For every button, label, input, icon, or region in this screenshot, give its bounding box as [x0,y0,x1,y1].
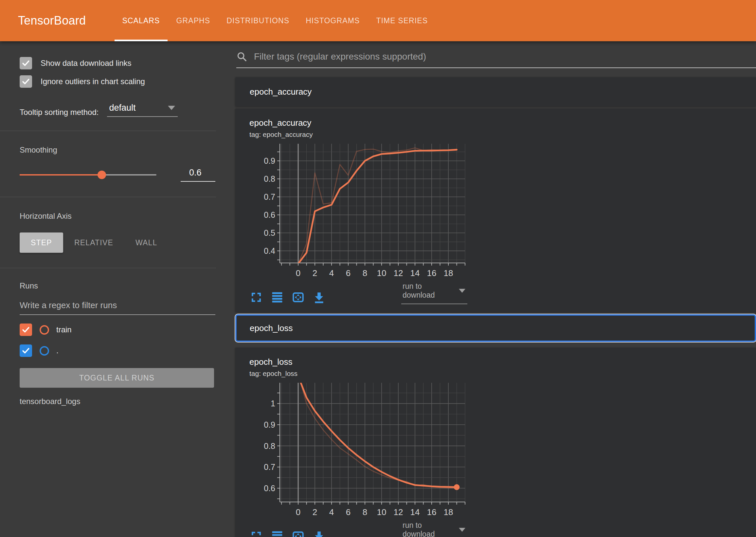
tag-cards: epoch_accuracy epoch_accuracy tag: epoch… [235,77,756,537]
section-title: epoch_loss [250,323,293,333]
svg-text:0.4: 0.4 [264,246,275,255]
checkbox-label: Ignore outliers in chart scaling [41,77,145,86]
chart-toolbar-icons [249,529,326,537]
download-icon[interactable] [312,529,326,537]
svg-text:18: 18 [444,507,453,517]
run-color-ring-icon [40,346,49,355]
svg-text:16: 16 [427,268,436,278]
chart-card-epoch-loss: epoch_loss tag: epoch_loss 0246810121416… [235,348,756,537]
run-to-download-select[interactable]: run to download [401,521,467,537]
checkbox-icon [19,75,32,88]
runs-label: Runs [19,281,216,290]
chart-card-epoch-accuracy: epoch_accuracy tag: epoch_accuracy 02468… [235,109,756,312]
run-checkbox[interactable] [19,345,32,357]
section-header-epoch-loss[interactable]: epoch_loss [235,314,756,342]
tab-histograms[interactable]: HISTOGRAMS [297,0,368,41]
tag-filter-row [236,51,756,68]
svg-text:0: 0 [296,268,300,278]
chart-tag: tag: epoch_loss [249,370,756,378]
data-table-icon[interactable] [270,529,284,537]
svg-text:1: 1 [271,399,275,408]
app-header: TensorBoard SCALARS GRAPHS DISTRIBUTIONS… [0,0,756,41]
section-header-epoch-accuracy[interactable]: epoch_accuracy [235,77,756,106]
run-label: train [56,325,72,334]
check-icon [21,77,30,86]
checkbox-ignore-outliers[interactable]: Ignore outliers in chart scaling [19,75,216,88]
dropdown-arrow-icon [459,289,465,293]
svg-text:8: 8 [362,268,367,278]
general-options-section: Show data download links Ignore outliers… [0,57,216,131]
tab-bar: SCALARS GRAPHS DISTRIBUTIONS HISTOGRAMS … [114,0,436,41]
smoothing-slider-row: 0.6 [19,168,215,182]
check-icon [21,346,30,355]
run-to-download-label: run to download [402,521,450,537]
tab-time-series[interactable]: TIME SERIES [368,0,436,41]
run-color-ring-icon [40,325,49,335]
tag-filter-input[interactable] [253,51,756,62]
sidebar: Show data download links Ignore outliers… [0,41,216,537]
svg-text:4: 4 [329,268,334,278]
svg-text:0.7: 0.7 [264,462,275,472]
scalar-chart-epoch-accuracy[interactable]: 0246810121416180.40.50.60.70.80.9 [249,141,468,279]
horizontal-axis-label: Horizontal Axis [19,212,216,221]
check-icon [21,325,30,334]
svg-text:10: 10 [377,507,387,517]
svg-text:18: 18 [444,268,453,278]
search-icon [236,51,247,62]
chart-title: epoch_accuracy [249,118,756,128]
run-item-train[interactable]: train [19,323,216,336]
section-title: epoch_accuracy [250,87,312,97]
horizontal-axis-section: Horizontal Axis STEP RELATIVE WALL [0,197,216,268]
download-icon[interactable] [312,290,326,304]
toggle-all-runs-button[interactable]: TOGGLE ALL RUNS [19,368,214,388]
run-checkbox[interactable] [19,323,32,336]
body: Show data download links Ignore outliers… [0,41,756,537]
svg-text:14: 14 [410,268,420,278]
runs-section: Runs train . TOGGLE ALL RUNS [0,268,216,420]
slider-thumb[interactable] [97,171,106,179]
main-content: epoch_accuracy epoch_accuracy tag: epoch… [216,41,756,537]
fit-domain-icon[interactable] [291,290,305,304]
tooltip-sorting-select[interactable]: default [107,103,178,117]
smoothing-value-field[interactable]: 0.6 [181,168,215,182]
check-icon [21,59,30,68]
axis-button-wall[interactable]: WALL [124,232,169,253]
tab-scalars[interactable]: SCALARS [114,0,168,41]
run-to-download-select[interactable]: run to download [401,282,467,304]
chart-toolbar: run to download [249,282,467,304]
svg-text:0: 0 [296,507,300,517]
svg-text:12: 12 [394,507,403,517]
fullscreen-icon[interactable] [249,290,263,304]
tab-graphs[interactable]: GRAPHS [168,0,219,41]
svg-text:0.6: 0.6 [264,484,275,493]
svg-text:2: 2 [313,268,317,278]
checkbox-label: Show data download links [41,59,132,68]
axis-button-step[interactable]: STEP [19,232,63,253]
chart-title: epoch_loss [249,357,756,367]
smoothing-slider[interactable] [19,174,156,176]
svg-text:16: 16 [427,507,436,517]
tab-distributions[interactable]: DISTRIBUTIONS [218,0,297,41]
fullscreen-icon[interactable] [249,529,263,537]
svg-text:0.8: 0.8 [264,174,275,184]
horizontal-axis-buttons: STEP RELATIVE WALL [19,232,216,253]
checkbox-icon [19,57,32,69]
runs-filter-input[interactable] [19,300,215,315]
chart-toolbar-icons [249,290,326,304]
svg-text:2: 2 [313,507,317,517]
smoothing-label: Smoothing [19,145,216,154]
checkbox-show-data-download-links[interactable]: Show data download links [19,57,216,69]
svg-text:0.5: 0.5 [264,228,275,237]
svg-text:0.8: 0.8 [264,441,275,451]
axis-button-relative[interactable]: RELATIVE [63,232,124,253]
chart-tag: tag: epoch_accuracy [249,131,756,139]
fit-domain-icon[interactable] [291,529,305,537]
svg-text:0.9: 0.9 [264,420,275,429]
run-item-dot[interactable]: . [19,345,216,357]
run-label: . [56,346,58,355]
data-table-icon[interactable] [270,290,284,304]
scalar-chart-epoch-loss[interactable]: 0246810121416180.60.70.80.91 [249,380,468,518]
slider-fill [19,174,102,176]
tooltip-sorting-label: Tooltip sorting method: [19,108,98,117]
tooltip-sorting-row: Tooltip sorting method: default [19,103,216,117]
